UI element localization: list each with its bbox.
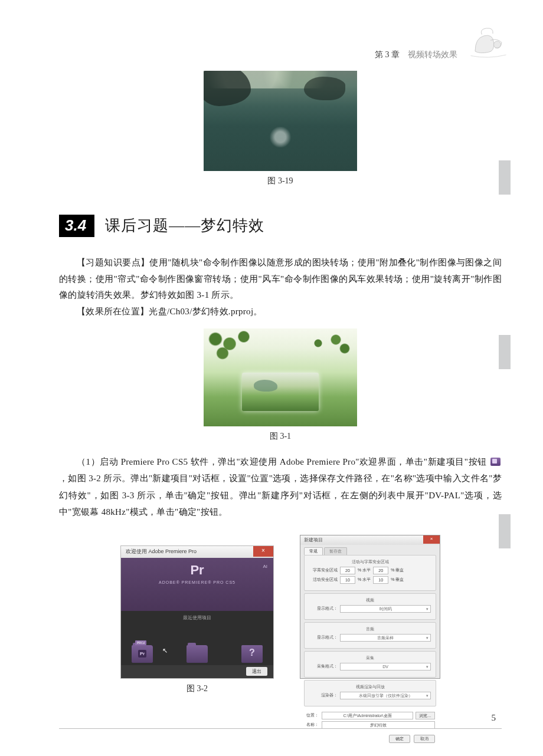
recent-projects-label: 最近使用项目 xyxy=(128,614,266,621)
step-text: （1）启动 Premiere Pro CS5 软件，弹出"欢迎使用 Adobe … xyxy=(59,453,502,521)
body-text: 【习题知识要点】使用"随机块"命令制作图像以随意形成的图块转场；使用"附加叠化"… xyxy=(59,255,502,320)
pr-icon: Pr xyxy=(138,650,146,658)
name-field[interactable]: 梦幻特效 xyxy=(322,721,435,729)
welcome-dialog: 欢迎使用 Adobe Premiere Pro × Pr ADOBE® PREM… xyxy=(120,545,274,679)
dialog-titlebar: 欢迎使用 Adobe Premiere Pro × xyxy=(121,546,273,558)
dialog-tabs: 常规 暂存盘 xyxy=(300,545,440,555)
step-text-b: ，如图 3-2 所示。弹出"新建项目"对话框，设置"位置"选项，选择保存文件路径… xyxy=(59,474,502,517)
exit-button[interactable]: 退出 xyxy=(246,667,267,676)
group-audio: 音频 显示格式： 音频采样 xyxy=(304,622,436,649)
label: 名称： xyxy=(305,722,319,728)
cursor-icon: ↖ xyxy=(162,647,168,655)
step-text-a: （1）启动 Premiere Pro CS5 软件，弹出"欢迎使用 Adobe … xyxy=(77,457,487,466)
proj-badge: PROJ xyxy=(135,640,146,645)
action-safe-v[interactable]: 10 xyxy=(373,576,388,584)
page-number: 5 xyxy=(492,713,496,723)
dialog-title: 欢迎使用 Adobe Premiere Pro xyxy=(126,548,197,556)
group-title: 活动与字幕安全区域 xyxy=(309,559,431,565)
brand-subtitle: ADOBE® PREMIERE® PRO CS5 xyxy=(128,580,266,584)
label: 显示格式： xyxy=(309,635,338,640)
figure-caption: 图 3-1 xyxy=(59,431,502,442)
group-capture: 采集 采集格式： DV xyxy=(304,651,436,678)
new-project-icon xyxy=(490,458,501,466)
renderer-select[interactable]: 水银回放引擎（仅软件渲染） xyxy=(340,692,431,699)
side-tab xyxy=(499,335,511,369)
figure-caption: 图 3-19 xyxy=(59,176,502,186)
figure-image xyxy=(204,71,357,171)
ok-button[interactable]: 确定 xyxy=(389,735,410,743)
label: 采集格式： xyxy=(309,663,338,669)
close-icon[interactable]: × xyxy=(253,546,273,557)
label: 字幕安全区域 xyxy=(309,567,338,573)
figure-caption: 图 3-2 xyxy=(120,683,274,694)
footer-rule xyxy=(59,728,502,729)
close-icon[interactable]: × xyxy=(423,535,440,544)
unit: % 水平 xyxy=(358,567,371,573)
browse-button[interactable]: 浏览… xyxy=(416,712,435,719)
section-title: 课后习题——梦幻特效 xyxy=(105,215,264,236)
section-heading: 3.4 课后习题——梦幻特效 xyxy=(59,215,502,237)
dialog-hero: Pr ADOBE® PREMIERE® PRO CS5 AI xyxy=(121,558,273,611)
capture-format-select[interactable]: DV xyxy=(340,663,431,670)
group-title: 视频 xyxy=(309,597,431,603)
chapter-number: 第 3 章 xyxy=(375,50,400,59)
group-safe-area: 活动与字幕安全区域 字幕安全区域 20 % 水平 20 % 垂直 活动安全区域 … xyxy=(304,555,436,591)
chapter-title: 视频转场效果 xyxy=(408,50,457,59)
action-safe-h[interactable]: 10 xyxy=(340,576,355,584)
dialog-titlebar: 新建项目 × xyxy=(300,535,440,545)
cancel-button[interactable]: 取消 xyxy=(414,735,435,743)
unit: % 水平 xyxy=(358,577,371,583)
figure-3-19: 图 3-19 xyxy=(59,71,502,186)
location-field[interactable]: C:\用户\Administrator\桌面 xyxy=(322,712,413,719)
unit: % 垂直 xyxy=(391,567,404,573)
tab-scratch[interactable]: 暂存盘 xyxy=(324,547,347,555)
tab-general[interactable]: 常规 xyxy=(304,547,323,555)
brand-logo: Pr xyxy=(128,564,266,577)
running-header: 第 3 章 视频转场效果 xyxy=(59,50,460,60)
unit: % 垂直 xyxy=(391,577,404,583)
figure-3-2: 欢迎使用 Adobe Premiere Pro × Pr ADOBE® PREM… xyxy=(120,545,274,694)
figure-3-3: 新建项目 × 常规 暂存盘 活动与字幕安全区域 字幕安全区域 20 % 水平 2… xyxy=(300,535,440,694)
figure-3-1: 图 3-1 xyxy=(59,328,502,442)
group-title: 视频渲染与回放 xyxy=(309,684,431,690)
title-safe-v[interactable]: 20 xyxy=(373,567,388,574)
new-project-dialog: 新建项目 × 常规 暂存盘 活动与字幕安全区域 字幕安全区域 20 % 水平 2… xyxy=(300,535,440,679)
label: 活动安全区域 xyxy=(309,577,338,583)
page: 第 3 章 视频转场效果 图 3-19 3.4 课后习题——梦幻特效 【习题知识… xyxy=(0,0,543,756)
paragraph: 【效果所在位置】光盘/Ch03/梦幻特效.prproj。 xyxy=(59,304,502,320)
section-number-badge: 3.4 xyxy=(59,215,94,237)
figure-image xyxy=(204,328,357,426)
group-title: 音频 xyxy=(309,626,431,632)
video-display-format-select[interactable]: 时间码 xyxy=(340,605,431,613)
title-safe-h[interactable]: 20 xyxy=(340,567,355,574)
decorative-illustration xyxy=(466,25,511,60)
paragraph: 【习题知识要点】使用"随机块"命令制作图像以随意形成的图块转场；使用"附加叠化"… xyxy=(59,255,502,304)
side-tab xyxy=(499,514,511,548)
group-title: 采集 xyxy=(309,655,431,661)
side-tab xyxy=(499,160,511,195)
label: 位置： xyxy=(305,712,319,718)
dialog-title: 新建项目 xyxy=(304,537,323,543)
label: 渲染器： xyxy=(309,692,338,698)
label: 显示格式： xyxy=(309,606,338,612)
figure-row: 欢迎使用 Adobe Premiere Pro × Pr ADOBE® PREM… xyxy=(59,535,502,694)
audio-display-format-select[interactable]: 音频采样 xyxy=(340,634,431,642)
ai-mark: AI xyxy=(263,564,267,569)
group-video: 视频 显示格式： 时间码 xyxy=(304,593,436,620)
group-render: 视频渲染与回放 渲染器： 水银回放引擎（仅软件渲染） xyxy=(304,680,436,706)
